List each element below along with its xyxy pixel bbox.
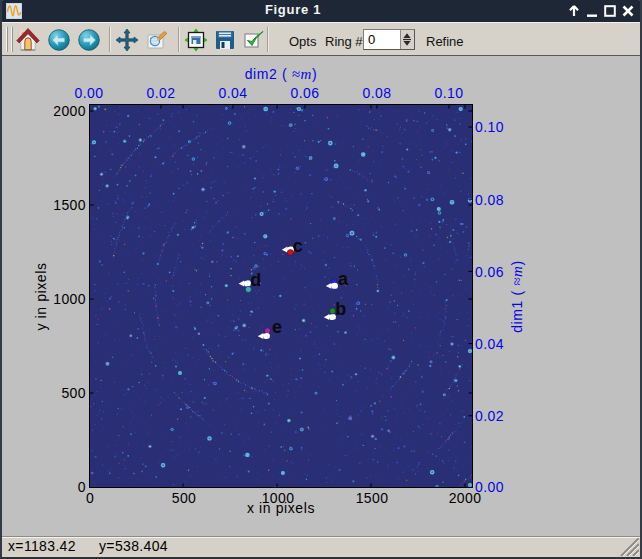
svg-text:d: d: [250, 270, 261, 290]
svg-text:b: b: [335, 299, 346, 319]
svg-text:a: a: [338, 269, 349, 289]
svg-text:e: e: [272, 317, 282, 337]
svg-text:c: c: [293, 236, 303, 256]
